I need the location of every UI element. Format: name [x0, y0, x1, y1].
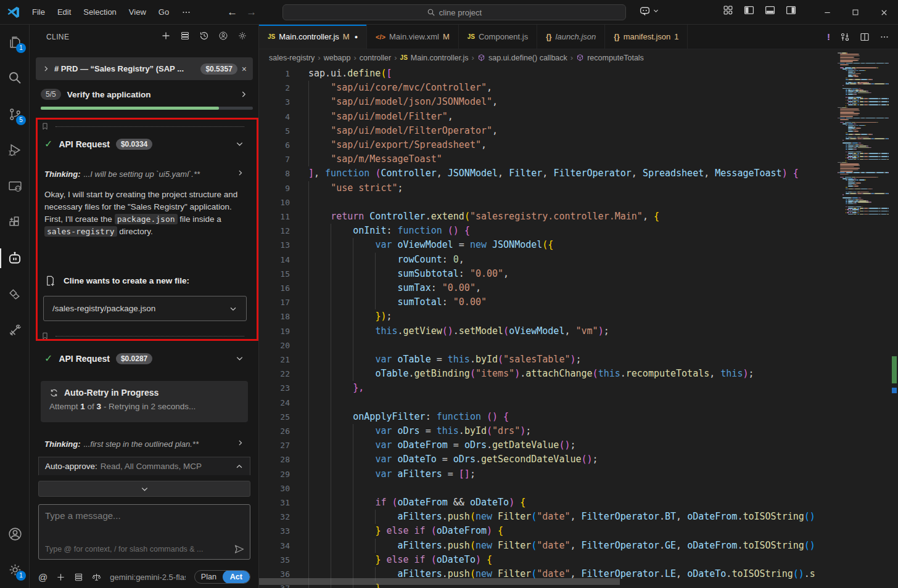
plan-mode-button[interactable]: Plan [195, 573, 223, 581]
breadcrumb-item[interactable]: sap.ui.define() callback [488, 54, 567, 62]
customize-layout-icon[interactable] [723, 5, 733, 15]
split-editor-icon[interactable] [860, 32, 870, 42]
api-request-row-2[interactable]: ✓ API Request $0.0287 [44, 353, 244, 364]
code-line[interactable]: 4 "sap/ui/model/Filter", [259, 110, 836, 124]
code-line[interactable]: 20 [259, 338, 836, 353]
code-line[interactable]: 2 "sap/ui/core/mvc/Controller", [259, 81, 836, 95]
toggle-sidebar-icon[interactable] [744, 5, 754, 15]
code-line[interactable]: 23 }, [259, 381, 836, 395]
remote-explorer-icon[interactable] [0, 171, 30, 201]
task-header[interactable]: # PRD — “Sales Registry” (SAP ... $0.535… [36, 57, 253, 80]
toggle-panel-icon[interactable] [765, 5, 775, 15]
checkpoint-separator[interactable] [41, 122, 244, 131]
task-progress-row[interactable]: 5/5 Verify the application [41, 89, 248, 100]
code-editor[interactable]: 1sap.ui.define([2 "sap/ui/core/mvc/Contr… [259, 65, 836, 588]
breadcrumb-item[interactable]: controller [360, 54, 391, 62]
breadcrumb-item[interactable]: Main.controller.js [411, 54, 469, 62]
api-request-row-1[interactable]: ✓ API Request $0.0334 [44, 138, 244, 150]
code-line[interactable]: 13 var oViewModel = new JSONModel({ [259, 238, 836, 252]
code-line[interactable]: 17 sumTotal: "0.00" [259, 295, 836, 309]
code-line[interactable]: 9 "use strict"; [259, 181, 836, 195]
chat-input[interactable]: Type a message... Type @ for context, / … [38, 504, 250, 560]
thinking-row-1[interactable]: Thinking: ...I will be setting up `ui5.y… [44, 169, 244, 179]
mcp-servers-icon[interactable] [180, 31, 190, 41]
breadcrumb-item[interactable]: webapp [324, 54, 351, 62]
secondary-extension-icon[interactable] [0, 279, 30, 309]
run-debug-icon[interactable] [0, 135, 30, 165]
tab-launch-json[interactable]: {} launch.json [537, 25, 605, 49]
search-view-icon[interactable] [0, 63, 30, 92]
code-line[interactable]: 6 "sap/ui/export/Spreadsheet", [259, 138, 836, 152]
extensions-icon[interactable] [0, 207, 30, 237]
accounts-icon[interactable] [0, 519, 30, 549]
code-line[interactable]: 8], function (Controller, JSONModel, Fil… [259, 166, 836, 181]
tab-manifest-json[interactable]: {} manifest.json 1 [605, 25, 688, 49]
open-changes-icon[interactable] [840, 32, 850, 42]
add-context-icon[interactable] [56, 573, 65, 582]
command-center-search[interactable]: cline project [282, 4, 626, 20]
window-close-button[interactable] [870, 0, 898, 25]
auto-approve-bar[interactable]: Auto-approve: Read, All Commands, MCP [38, 457, 250, 475]
menu-more-icon[interactable] [175, 7, 197, 17]
new-task-icon[interactable] [161, 31, 171, 41]
menu-view[interactable]: View [123, 0, 152, 25]
code-line[interactable]: 32 aFilters.push(new Filter("date", Filt… [259, 510, 836, 524]
settings-gear-icon[interactable]: 1 [0, 555, 30, 584]
code-line[interactable]: 28 var oDateTo = oDrs.getSecondDateValue… [259, 452, 836, 467]
tools-extension-icon[interactable] [0, 315, 30, 345]
code-line[interactable]: 26 var oDrs = this.byId("drs"); [259, 424, 836, 438]
code-line[interactable]: 3 "sap/ui/model/json/JSONModel", [259, 95, 836, 109]
menu-file[interactable]: File [26, 0, 51, 25]
act-mode-button[interactable]: Act [223, 570, 250, 584]
model-selector[interactable]: gemini:gemini-2.5-flash [110, 573, 186, 582]
code-line[interactable]: 1sap.ui.define([ [259, 67, 836, 81]
code-line[interactable]: 34 aFilters.push(new Filter("date", Filt… [259, 539, 836, 553]
code-line[interactable]: 5 "sap/ui/model/FilterOperator", [259, 124, 836, 138]
code-line[interactable]: 12 onInit: function () { [259, 224, 836, 238]
error-lens-icon[interactable]: ! [827, 31, 830, 42]
code-line[interactable]: 35 } else if (oDateTo) { [259, 553, 836, 567]
mention-icon[interactable]: @ [38, 572, 47, 582]
plan-act-toggle[interactable]: Plan Act [194, 570, 250, 584]
nav-back-icon[interactable]: ← [227, 6, 237, 18]
send-icon[interactable] [234, 544, 245, 555]
source-control-icon[interactable]: 5 [0, 99, 30, 129]
checkpoint-separator[interactable] [41, 332, 244, 340]
code-line[interactable]: 22 oTable.getBinding("items").attachChan… [259, 367, 836, 381]
menu-go[interactable]: Go [152, 0, 175, 25]
horizontal-scrollbar[interactable] [259, 578, 620, 585]
cline-extension-icon[interactable] [0, 243, 30, 273]
rules-scales-icon[interactable] [92, 573, 101, 582]
window-maximize-button[interactable] [841, 0, 870, 25]
task-close-icon[interactable]: × [242, 64, 247, 74]
settings-icon[interactable] [237, 31, 247, 41]
tab-main-view-xml[interactable]: </> Main.view.xml M [367, 25, 459, 49]
unsaved-dot-icon[interactable]: ● [355, 34, 358, 40]
explorer-icon[interactable]: 1 [0, 27, 30, 57]
window-minimize-button[interactable] [813, 0, 841, 25]
overview-ruler[interactable] [891, 49, 898, 588]
breadcrumb-item[interactable]: sales-registry [269, 54, 315, 62]
nav-forward-icon[interactable]: → [246, 6, 257, 18]
code-line[interactable]: 24 [259, 396, 836, 410]
tab-component-js[interactable]: JS Component.js [459, 25, 537, 49]
more-actions-icon[interactable] [879, 32, 889, 42]
account-icon[interactable] [218, 31, 228, 41]
code-line[interactable]: 18 }); [259, 309, 836, 324]
toggle-secondary-sidebar-icon[interactable] [786, 5, 796, 15]
minimap[interactable] [836, 49, 891, 588]
code-line[interactable]: 21 var oTable = this.byId("salesTable"); [259, 353, 836, 367]
thinking-row-2[interactable]: Thinking: ...first step in the outlined … [44, 439, 244, 449]
code-line[interactable]: 25 onApplyFilter: function () { [259, 410, 836, 424]
tab-main-controller-js[interactable]: JS Main.controller.js M ● [259, 25, 367, 49]
file-path-dropdown[interactable]: /sales-registry/package.json [43, 296, 247, 321]
copilot-button[interactable] [639, 5, 659, 17]
code-line[interactable]: 14 rowCount: 0, [259, 253, 836, 267]
code-line[interactable]: 29 var aFilters = []; [259, 467, 836, 481]
history-icon[interactable] [199, 31, 209, 41]
code-line[interactable]: 27 var oDateFrom = oDrs.getDateValue(); [259, 438, 836, 452]
code-line[interactable]: 33 } else if (oDateFrom) { [259, 524, 836, 538]
menu-edit[interactable]: Edit [51, 0, 77, 25]
context-stack-icon[interactable] [74, 573, 83, 582]
menu-selection[interactable]: Selection [77, 0, 122, 25]
